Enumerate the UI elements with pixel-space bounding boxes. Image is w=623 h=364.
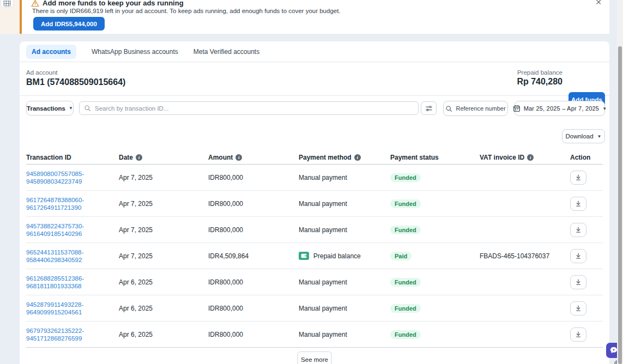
transaction-id-cell: 9458908007557085-9458908034223749	[26, 170, 119, 185]
transaction-id-link[interactable]: 9458908007557085-9458908034223749	[26, 170, 119, 185]
table-row: 9679793262135222-9451712868276599Apr 6, …	[26, 321, 603, 348]
chevron-down-icon: ▼	[602, 106, 607, 111]
scrollbar-thumb[interactable]	[618, 46, 622, 364]
download-invoice-button[interactable]	[570, 171, 586, 185]
amount-cell: IDR4,509,864	[208, 252, 299, 260]
transaction-id-line: 9452879911493228-	[26, 301, 119, 308]
transaction-id-line: 9679793262135222-	[26, 327, 119, 335]
download-invoice-button[interactable]	[570, 223, 586, 237]
billing-activity-card: Ad accounts WhatsApp Business accounts M…	[20, 41, 609, 364]
download-invoice-button[interactable]	[570, 301, 586, 316]
download-icon	[574, 278, 582, 286]
amount-cell: IDR800,000	[208, 331, 299, 338]
payment-status-badge: Funded	[390, 173, 421, 182]
transaction-id-line: 9652441311537088-	[26, 248, 119, 256]
prepaid-balance-value: Rp 740,280	[517, 77, 562, 87]
prepaid-balance: Prepaid balance Rp 740,280	[517, 69, 562, 87]
tab-whatsapp-business-accounts[interactable]: WhatsApp Business accounts	[92, 48, 178, 56]
download-invoice-button[interactable]	[570, 249, 586, 263]
transaction-id-line: 9612688285512386-	[26, 275, 119, 282]
transaction-id-link[interactable]: 9457388224375730-9616409185140296	[26, 222, 119, 238]
download-dropdown-button[interactable]: Download ▼	[562, 129, 605, 143]
info-icon[interactable]	[354, 154, 361, 161]
transaction-id-line: 9457388224375730-	[26, 222, 119, 230]
transaction-id-link[interactable]: 9612688285512386-9681811801933368	[26, 275, 119, 290]
prepaid-balance-label: Prepaid balance	[517, 69, 562, 76]
transactions-type-dropdown[interactable]: Transactions ▼	[26, 101, 74, 116]
transaction-id-cell: 9652441311537088-9584406298340592	[26, 248, 119, 264]
reference-number-button[interactable]: Reference number	[443, 101, 508, 116]
transaction-id-line: 9617264911721390	[26, 204, 119, 211]
info-icon[interactable]	[527, 154, 534, 161]
close-icon[interactable]: ✕	[595, 0, 602, 7]
transaction-id-line: 9681811801933368	[26, 282, 119, 290]
search-icon	[445, 105, 452, 112]
info-icon[interactable]	[136, 154, 142, 161]
chevron-down-icon: ▼	[69, 106, 73, 111]
payment-status-badge: Funded	[390, 304, 421, 313]
payment-status-badge: Funded	[390, 330, 421, 339]
action-cell	[570, 249, 603, 263]
date-cell: Apr 7, 2025	[119, 226, 208, 234]
date-cell: Apr 6, 2025	[119, 278, 208, 286]
search-icon	[84, 105, 91, 112]
download-invoice-button[interactable]	[570, 275, 586, 289]
search-input[interactable]	[95, 105, 414, 112]
payment-method-label: Prepaid balance	[313, 252, 361, 260]
download-icon	[574, 305, 582, 312]
transaction-id-link[interactable]: 9679793262135222-9451712868276599	[26, 327, 119, 342]
payment-method-cell: Manual payment	[299, 278, 390, 286]
payment-method-label: Manual payment	[299, 331, 347, 338]
transaction-id-line: 9616409185140296	[26, 230, 119, 238]
download-icon	[574, 174, 582, 181]
transaction-id-cell: 9457388224375730-9616409185140296	[26, 222, 119, 238]
action-cell	[570, 197, 603, 211]
download-label: Download	[565, 133, 593, 139]
amount-cell: IDR800,000	[208, 174, 299, 181]
payment-status-cell: Funded	[390, 226, 480, 234]
transaction-id-link[interactable]: 9617264878388060-9617264911721390	[26, 196, 119, 211]
banner-description: There is only IDR666,919 left in your ad…	[32, 8, 341, 14]
calendar-icon	[513, 105, 521, 112]
action-cell	[570, 171, 603, 185]
transaction-search	[79, 101, 419, 115]
column-vat-invoice-id: VAT invoice ID	[480, 154, 570, 161]
sidebar-toggle-button[interactable]	[1, 0, 14, 8]
table-row: 9617264878388060-9617264911721390Apr 7, …	[26, 191, 603, 217]
payment-status-cell: Paid	[390, 252, 480, 260]
payment-method-label: Manual payment	[299, 226, 347, 234]
info-icon[interactable]	[235, 154, 242, 161]
account-type-tabs: Ad accounts WhatsApp Business accounts M…	[20, 41, 609, 62]
transaction-id-line: 9458908007557085-	[26, 170, 119, 178]
see-more-button[interactable]: See more	[298, 351, 332, 364]
column-date: Date	[119, 154, 208, 161]
download-icon	[574, 252, 582, 260]
download-invoice-button[interactable]	[570, 197, 586, 211]
account-header: Ad account BM1 (574088509015664) Prepaid…	[20, 62, 609, 96]
payment-method-label: Manual payment	[299, 278, 347, 286]
table-row: 9458908007557085-9458908034223749Apr 7, …	[26, 165, 603, 191]
tab-ad-accounts[interactable]: Ad accounts	[26, 45, 76, 59]
banner-add-funds-button[interactable]: Add IDR55,944,000	[33, 17, 105, 31]
grid-icon	[3, 1, 11, 7]
download-icon	[574, 331, 582, 338]
payment-status-cell: Funded	[390, 330, 480, 339]
transaction-id-cell: 9679793262135222-9451712868276599	[26, 327, 119, 342]
download-invoice-button[interactable]	[570, 327, 586, 342]
payment-status-cell: Funded	[390, 199, 480, 208]
amount-cell: IDR800,000	[208, 226, 299, 234]
tab-meta-verified-accounts[interactable]: Meta Verified accounts	[193, 48, 259, 56]
chevron-down-icon: ▼	[597, 134, 602, 139]
date-cell: Apr 6, 2025	[119, 331, 208, 338]
table-row: 9612688285512386-9681811801933368Apr 6, …	[26, 269, 603, 295]
download-icon	[574, 226, 582, 234]
transaction-id-line: 9451712868276599	[26, 335, 119, 342]
date-range-picker[interactable]: Mar 25, 2025 – Apr 7, 2025 ▼	[515, 101, 605, 116]
payment-method-label: Manual payment	[299, 200, 347, 208]
transaction-id-link[interactable]: 9452879911493228-9649099915204561	[26, 301, 119, 316]
filter-options-button[interactable]	[421, 101, 437, 115]
low-funds-banner: Add more funds to keep your ads running …	[20, 0, 609, 34]
transaction-id-link[interactable]: 9652441311537088-9584406298340592	[26, 248, 119, 264]
amount-cell: IDR800,000	[208, 200, 299, 208]
column-payment-status: Payment status	[390, 154, 480, 161]
